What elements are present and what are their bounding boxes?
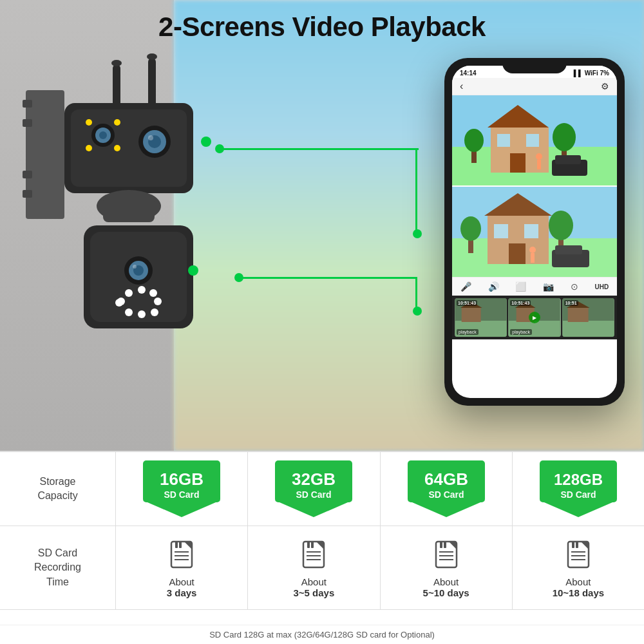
days-3days: 3 days [167, 587, 197, 598]
snapshot-icon[interactable]: 📷 [543, 281, 554, 292]
connector-vertical-upper [415, 148, 417, 232]
connector-dot-4 [413, 307, 422, 316]
svg-rect-73 [462, 308, 481, 322]
connector-line-lower [238, 277, 417, 279]
svg-text:64GB: 64GB [424, 469, 468, 489]
svg-rect-53 [555, 155, 581, 164]
svg-rect-126 [576, 542, 578, 548]
recording-cell-1018days: About 10~18 days [513, 526, 644, 609]
days-1018days: 10~18 days [553, 587, 605, 598]
phone-mockup: 14:14 ▌▌ WiFi 7% ‹ ⚙ [444, 58, 625, 406]
about-1018days: About [565, 576, 591, 587]
connector-dot-1 [215, 144, 224, 153]
play-button-icon[interactable]: ▶ [529, 312, 540, 323]
svg-rect-70 [531, 253, 535, 263]
svg-point-6 [111, 60, 122, 66]
storage-cell-16gb: 16GB SD Card [116, 452, 248, 526]
svg-point-37 [149, 289, 157, 297]
svg-point-64 [549, 211, 573, 240]
recording-cell-3days: About 3 days [116, 526, 248, 609]
playback-label-1: playback [457, 329, 478, 335]
svg-rect-55 [537, 160, 541, 169]
svg-rect-1 [23, 100, 32, 108]
svg-point-38 [138, 286, 146, 294]
svg-point-36 [154, 298, 162, 305]
days-35days: 3~5 days [293, 587, 334, 598]
svg-text:128GB: 128GB [554, 471, 603, 488]
svg-point-40 [117, 298, 125, 305]
camera-feed-1 [452, 95, 617, 185]
connector-dot-2 [413, 229, 422, 238]
uhd-badge: UHD [594, 283, 609, 290]
svg-point-30 [133, 265, 137, 269]
svg-text:16GB: 16GB [160, 469, 204, 489]
page-title: 2-Screens Video Playback [0, 12, 644, 43]
top-section: 2-Screens Video Playback [0, 0, 644, 451]
camera-feeds [452, 95, 617, 277]
svg-point-8 [147, 53, 157, 60]
settings-ctrl-icon[interactable]: ⊙ [571, 281, 578, 292]
svg-rect-2 [23, 119, 32, 127]
svg-point-39 [125, 289, 133, 297]
svg-rect-68 [555, 245, 582, 254]
playback-label-2: playback [510, 329, 532, 335]
recording-cell-510days: About 5~10 days [381, 526, 513, 609]
svg-marker-107 [316, 542, 324, 549]
connector-dot-3 [234, 273, 243, 282]
svg-rect-111 [307, 542, 310, 548]
svg-rect-62 [509, 243, 526, 264]
svg-point-69 [529, 247, 536, 253]
svg-text:SD Card: SD Card [428, 489, 464, 500]
svg-rect-4 [23, 190, 32, 198]
svg-rect-61 [524, 224, 538, 238]
playback-strip: 10:51:43 playback 10:51:43 ▶ playback [452, 296, 617, 339]
svg-marker-96 [540, 500, 617, 517]
svg-rect-24 [103, 196, 155, 222]
bottom-section: StorageCapacity 16GB SD Card [0, 451, 644, 644]
storage-table: StorageCapacity 16GB SD Card [0, 452, 644, 625]
footnote: SD Card 128G at max (32G/64G/128G SD car… [0, 625, 644, 644]
svg-rect-118 [440, 542, 442, 548]
svg-marker-100 [184, 542, 192, 549]
record-icon[interactable]: ⬜ [515, 281, 526, 292]
svg-rect-3 [23, 171, 32, 178]
camera-feed-2 [452, 187, 617, 277]
svg-marker-92 [408, 500, 485, 517]
svg-rect-0 [26, 90, 64, 219]
svg-rect-46 [526, 134, 539, 147]
storage-cell-64gb: 64GB SD Card [381, 452, 513, 526]
svg-rect-105 [179, 542, 182, 548]
svg-rect-80 [562, 321, 614, 337]
phone-frame: 14:14 ▌▌ WiFi 7% ‹ ⚙ [444, 58, 625, 406]
phone-nav-bar: ‹ ⚙ [452, 78, 617, 95]
status-icons: ▌▌ WiFi 7% [574, 70, 609, 77]
about-510days: About [433, 576, 459, 587]
svg-rect-125 [572, 542, 574, 548]
playback-thumb-1[interactable]: 10:51:43 playback [455, 298, 507, 337]
recording-cell-35days: About 3~5 days [248, 526, 380, 609]
settings-icon[interactable]: ⚙ [601, 81, 609, 91]
svg-rect-81 [567, 308, 588, 322]
svg-point-31 [188, 265, 198, 276]
storage-label-text: StorageCapacity [37, 475, 77, 504]
recording-time-label: SD CardRecordingTime [0, 526, 116, 609]
svg-point-21 [148, 135, 153, 140]
svg-text:SD Card: SD Card [560, 489, 596, 500]
storage-cell-128gb: 128GB SD Card [513, 452, 644, 526]
svg-point-14 [86, 119, 92, 126]
timestamp-2: 10:51:43 [510, 300, 531, 306]
recording-time-row: SD CardRecordingTime About [0, 526, 644, 610]
playback-thumb-3[interactable]: 10:51 [562, 298, 614, 337]
speaker-icon[interactable]: 🔊 [488, 281, 499, 292]
svg-point-16 [86, 145, 92, 151]
status-time: 14:14 [460, 70, 477, 77]
svg-marker-114 [449, 542, 457, 549]
mic-icon[interactable]: 🎤 [460, 281, 471, 292]
playback-thumb-2[interactable]: 10:51:43 ▶ playback [508, 298, 560, 337]
back-arrow-icon[interactable]: ‹ [460, 80, 463, 92]
svg-marker-88 [275, 500, 352, 517]
days-510days: 5~10 days [423, 587, 469, 598]
svg-point-51 [464, 129, 484, 152]
recording-time-cells: About 3 days About 3~5 days [116, 526, 644, 609]
about-35days: About [301, 576, 327, 587]
